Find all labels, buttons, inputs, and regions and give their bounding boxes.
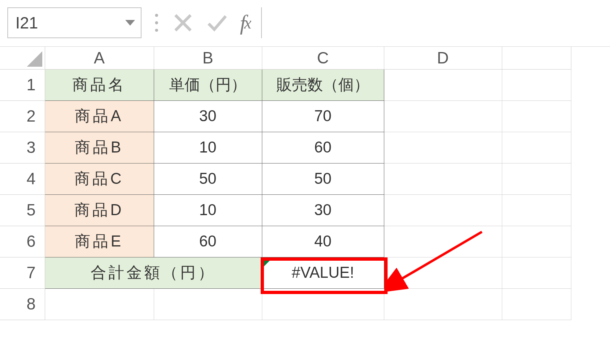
- error-triangle-icon: [262, 257, 273, 268]
- cell-B8[interactable]: [154, 288, 262, 320]
- row-header-6[interactable]: 6: [0, 226, 45, 257]
- cell-C3[interactable]: 60: [262, 132, 384, 163]
- cell-D4[interactable]: [384, 163, 502, 194]
- row-header-5[interactable]: 5: [0, 194, 45, 226]
- cell-A7-B7-merged[interactable]: 合計金額（円）: [45, 257, 262, 288]
- cell-D8[interactable]: [384, 288, 502, 320]
- row-header-7[interactable]: 7: [0, 257, 45, 288]
- cell-B6[interactable]: 60: [154, 226, 262, 257]
- col-header-D[interactable]: D: [384, 47, 502, 69]
- cell-E2[interactable]: [502, 100, 571, 132]
- row-header-2[interactable]: 2: [0, 100, 45, 132]
- cell-B3[interactable]: 10: [154, 132, 262, 163]
- cell-B5[interactable]: 10: [154, 194, 262, 226]
- cell-A3[interactable]: 商品B: [45, 132, 154, 163]
- cell-E7[interactable]: [502, 257, 571, 288]
- cell-E6[interactable]: [502, 226, 571, 257]
- cell-A1[interactable]: 商品名: [45, 69, 154, 100]
- cell-C7[interactable]: #VALUE!: [262, 257, 384, 288]
- cell-C5[interactable]: 30: [262, 194, 384, 226]
- svg-point-1: [155, 21, 158, 24]
- name-box[interactable]: I21: [7, 7, 142, 38]
- cell-C2[interactable]: 70: [262, 100, 384, 132]
- cell-C6[interactable]: 40: [262, 226, 384, 257]
- cell-B4[interactable]: 50: [154, 163, 262, 194]
- col-header-C[interactable]: C: [262, 47, 384, 69]
- spreadsheet-grid[interactable]: A B C D 1 商品名 単価（円） 販売数（個） 2 商品A 30 70 3…: [0, 47, 571, 320]
- cell-A4[interactable]: 商品C: [45, 163, 154, 194]
- grip-icon: [153, 13, 160, 33]
- fx-icon[interactable]: fx: [240, 11, 250, 35]
- cell-E8[interactable]: [502, 288, 571, 320]
- formula-bar: I21 fx: [0, 0, 610, 46]
- cell-C7-value: #VALUE!: [292, 264, 354, 281]
- name-box-value: I21: [15, 14, 38, 32]
- accept-icon: [206, 11, 229, 34]
- cell-C8[interactable]: [262, 288, 384, 320]
- cell-E4[interactable]: [502, 163, 571, 194]
- cell-D2[interactable]: [384, 100, 502, 132]
- cell-D5[interactable]: [384, 194, 502, 226]
- cell-E3[interactable]: [502, 132, 571, 163]
- formula-input[interactable]: [261, 7, 603, 38]
- row-header-4[interactable]: 4: [0, 163, 45, 194]
- svg-point-2: [155, 29, 158, 32]
- cell-E5[interactable]: [502, 194, 571, 226]
- cell-D6[interactable]: [384, 226, 502, 257]
- cell-D1[interactable]: [384, 69, 502, 100]
- row-header-8[interactable]: 8: [0, 288, 45, 320]
- cell-D7[interactable]: [384, 257, 502, 288]
- cell-A5[interactable]: 商品D: [45, 194, 154, 226]
- cell-B1[interactable]: 単価（円）: [154, 69, 262, 100]
- cell-A2[interactable]: 商品A: [45, 100, 154, 132]
- cell-D3[interactable]: [384, 132, 502, 163]
- cell-B2[interactable]: 30: [154, 100, 262, 132]
- cell-C4[interactable]: 50: [262, 163, 384, 194]
- cell-A6[interactable]: 商品E: [45, 226, 154, 257]
- row-header-1[interactable]: 1: [0, 69, 45, 100]
- cell-A8[interactable]: [45, 288, 154, 320]
- cancel-icon: [172, 11, 194, 34]
- col-header-B[interactable]: B: [154, 47, 262, 69]
- svg-point-0: [155, 14, 158, 17]
- dropdown-icon[interactable]: [125, 20, 135, 26]
- cell-E1[interactable]: [502, 69, 571, 100]
- select-all-triangle[interactable]: [0, 47, 45, 69]
- col-header-A[interactable]: A: [45, 47, 154, 69]
- row-header-3[interactable]: 3: [0, 132, 45, 163]
- col-header-extra[interactable]: [502, 47, 571, 69]
- cell-C1[interactable]: 販売数（個）: [262, 69, 384, 100]
